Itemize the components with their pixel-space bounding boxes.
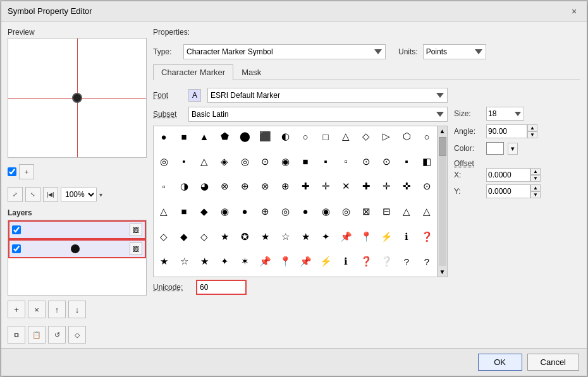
symbol-cell[interactable]: ★	[194, 251, 214, 272]
layer-item-2[interactable]: 🖼	[8, 239, 146, 258]
offset-x-decrement-button[interactable]: ▼	[530, 175, 541, 182]
move-up-button[interactable]: ↑	[48, 301, 66, 318]
copy-button[interactable]: ⧉	[8, 326, 25, 344]
symbol-cell[interactable]: ◇	[356, 126, 376, 147]
symbol-cell[interactable]: 📍	[275, 251, 295, 272]
symbol-cell[interactable]: ◈	[214, 152, 235, 172]
symbol-cell[interactable]: ⚡	[315, 251, 336, 272]
offset-y-decrement-button[interactable]: ▼	[530, 191, 541, 198]
zoom-select[interactable]: 100%	[61, 188, 97, 201]
symbol-cell[interactable]: ⊙	[255, 152, 275, 172]
symbol-cell[interactable]: ◉	[214, 201, 235, 222]
symbol-cell[interactable]: ◉	[275, 152, 295, 172]
symbol-cell[interactable]: ⊙	[356, 152, 376, 172]
symbol-grid-scrollbar[interactable]: ▲ ▼	[437, 126, 447, 277]
add-layer-button[interactable]: +	[8, 301, 25, 318]
tab-mask[interactable]: Mask	[233, 64, 269, 80]
symbol-cell[interactable]: ⊕	[235, 176, 255, 196]
symbol-cell[interactable]: ●	[235, 201, 255, 222]
symbol-cell[interactable]: ◎	[336, 201, 356, 222]
zoom-fit-button[interactable]: ⤢	[8, 187, 23, 202]
symbol-cell[interactable]: ✶	[235, 251, 255, 272]
symbol-cell[interactable]: ✜	[396, 176, 417, 196]
symbol-cell[interactable]: ◑	[174, 176, 194, 196]
symbol-cell[interactable]: ⊕	[255, 201, 275, 222]
symbol-cell[interactable]: ○	[417, 126, 437, 147]
color-swatch[interactable]	[486, 142, 504, 155]
symbol-cell[interactable]: △	[154, 201, 174, 222]
reset-button[interactable]: ↺	[48, 326, 66, 344]
scroll-up-button[interactable]: ▲	[438, 126, 447, 136]
layer-item-1[interactable]: 🖼	[8, 220, 146, 239]
symbol-cell[interactable]: ◆	[174, 227, 194, 247]
symbol-cell[interactable]: ⊗	[255, 176, 275, 196]
size-select[interactable]: 18	[486, 107, 524, 121]
symbol-cell[interactable]: ▷	[376, 126, 396, 147]
symbol-cell[interactable]: ◇	[194, 227, 214, 247]
symbol-cell[interactable]: ★	[255, 227, 275, 247]
symbol-cell[interactable]: ◐	[275, 126, 295, 147]
symbol-cell[interactable]: ⚡	[376, 227, 396, 247]
layer2-checkbox[interactable]	[12, 244, 21, 253]
symbol-cell[interactable]: ✪	[235, 227, 255, 247]
symbol-cell[interactable]: ⊕	[275, 176, 295, 196]
symbol-cell[interactable]: ❓	[356, 251, 376, 272]
angle-decrement-button[interactable]: ▼	[527, 131, 537, 138]
scroll-down-button[interactable]: ▼	[438, 267, 447, 277]
symbol-cell[interactable]: ▪	[315, 152, 336, 172]
symbol-cell[interactable]: ◕	[194, 176, 214, 196]
tab-character-marker[interactable]: Character Marker	[153, 64, 233, 80]
symbol-cell[interactable]: △	[194, 152, 214, 172]
font-select[interactable]: ESRI Default Marker	[207, 88, 448, 103]
symbol-cell[interactable]: ✦	[315, 227, 336, 247]
symbol-cell[interactable]: ■	[174, 201, 194, 222]
symbol-cell[interactable]: ●	[154, 126, 174, 147]
symbol-cell[interactable]: ◇	[154, 227, 174, 247]
offset-y-input[interactable]	[486, 184, 530, 198]
symbol-cell[interactable]: ▫	[154, 176, 174, 196]
preview-checkbox[interactable]	[8, 167, 16, 176]
symbol-cell[interactable]: ★	[295, 227, 315, 247]
layer1-icon-btn[interactable]: 🖼	[130, 224, 142, 236]
offset-x-increment-button[interactable]: ▲	[530, 168, 541, 175]
symbol-cell[interactable]: ○	[295, 126, 315, 147]
symbol-cell[interactable]: ◧	[417, 152, 437, 172]
symbol-cell[interactable]: ✛	[376, 176, 396, 196]
symbol-cell[interactable]: ■	[174, 126, 194, 147]
symbol-cell[interactable]: ⊠	[356, 201, 376, 222]
symbol-cell[interactable]: ⊙	[417, 176, 437, 196]
symbol-cell[interactable]: 📌	[336, 227, 356, 247]
layer1-checkbox[interactable]	[12, 225, 21, 234]
symbol-cell[interactable]: ⬟	[214, 126, 235, 147]
paste-button[interactable]: 📋	[28, 326, 46, 344]
symbol-cell[interactable]: ☆	[275, 227, 295, 247]
symbol-cell[interactable]: ⊟	[376, 201, 396, 222]
zoom-in-button[interactable]: |◀|	[43, 187, 58, 202]
cancel-button[interactable]: Cancel	[527, 354, 579, 371]
symbol-cell[interactable]: ✛	[315, 176, 336, 196]
symbol-cell[interactable]: ■	[295, 152, 315, 172]
symbol-cell[interactable]: 📌	[255, 251, 275, 272]
symbol-cell[interactable]: •	[174, 152, 194, 172]
symbol-cell[interactable]: ▲	[194, 126, 214, 147]
ok-button[interactable]: OK	[478, 354, 522, 371]
symbol-cell[interactable]: ⬛	[255, 126, 275, 147]
symbol-cell[interactable]: □	[315, 126, 336, 147]
close-button[interactable]: ×	[568, 5, 580, 18]
symbol-cell[interactable]: ❔	[376, 251, 396, 272]
angle-input[interactable]	[486, 124, 527, 138]
symbol-cell[interactable]: ★	[154, 251, 174, 272]
scroll-thumb[interactable]	[439, 137, 446, 156]
symbol-cell[interactable]: ⊙	[376, 152, 396, 172]
units-select[interactable]: Points	[423, 44, 486, 59]
symbol-cell[interactable]: ℹ	[336, 251, 356, 272]
zoom-extent-button[interactable]: ⤡	[25, 187, 40, 202]
symbol-cell[interactable]: ❓	[417, 227, 437, 247]
symbol-cell[interactable]: ✕	[336, 176, 356, 196]
offset-y-increment-button[interactable]: ▲	[530, 184, 541, 191]
symbol-cell[interactable]: 📍	[356, 227, 376, 247]
move-down-button[interactable]: ↓	[68, 301, 86, 318]
symbol-cell[interactable]: ◎	[235, 152, 255, 172]
symbol-cell[interactable]: 📌	[295, 251, 315, 272]
symbol-cell[interactable]: ◆	[194, 201, 214, 222]
